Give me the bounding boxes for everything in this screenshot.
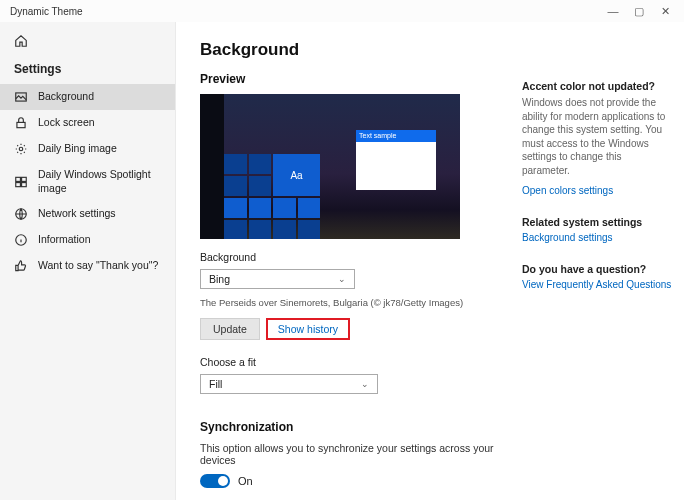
show-history-button[interactable]: Show history [266, 318, 350, 340]
sidebar-item-label: Want to say "Thank you"? [38, 259, 158, 273]
sidebar: Settings Background Lock screen Daily Bi… [0, 22, 176, 500]
svg-point-2 [19, 147, 23, 151]
sidebar-item-spotlight[interactable]: Daily Windows Spotlight image [0, 162, 175, 201]
svg-rect-3 [16, 177, 21, 181]
background-settings-link[interactable]: Background settings [522, 232, 672, 243]
svg-rect-4 [22, 177, 27, 181]
sidebar-item-label: Background [38, 90, 94, 104]
sidebar-item-label: Daily Windows Spotlight image [38, 168, 161, 195]
sidebar-item-information[interactable]: Information [0, 227, 175, 253]
svg-rect-1 [17, 122, 25, 127]
lock-icon [14, 116, 28, 130]
faq-heading: Do you have a question? [522, 263, 672, 275]
preview-image: Aa Text sample [200, 94, 460, 239]
page-title: Background [200, 40, 510, 60]
fit-select[interactable]: Fill ⌄ [200, 374, 378, 394]
open-colors-link[interactable]: Open colors settings [522, 185, 672, 196]
bing-icon [14, 142, 28, 156]
chevron-down-icon: ⌄ [338, 274, 346, 284]
sidebar-item-label: Information [38, 233, 91, 247]
preview-window: Text sample [356, 130, 436, 190]
sync-toggle[interactable] [200, 474, 230, 488]
faq-link[interactable]: View Frequently Asked Questions [522, 279, 672, 290]
home-icon [14, 34, 28, 48]
sidebar-item-label: Network settings [38, 207, 116, 221]
sidebar-item-thankyou[interactable]: Want to say "Thank you"? [0, 253, 175, 279]
svg-rect-6 [22, 182, 27, 186]
image-caption: The Perseids over Sinemorets, Bulgaria (… [200, 297, 510, 308]
preview-tile-big: Aa [273, 154, 320, 196]
spotlight-icon [14, 175, 28, 189]
minimize-button[interactable]: — [600, 2, 626, 20]
sidebar-item-label: Lock screen [38, 116, 95, 130]
aside-panel: Accent color not updated? Windows does n… [522, 40, 672, 500]
titlebar: Dynamic Theme — ▢ ✕ [0, 0, 684, 22]
info-icon [14, 233, 28, 247]
sidebar-item-bing[interactable]: Daily Bing image [0, 136, 175, 162]
accent-heading: Accent color not updated? [522, 80, 672, 92]
svg-rect-5 [16, 182, 21, 186]
fit-label: Choose a fit [200, 356, 510, 368]
sidebar-item-network[interactable]: Network settings [0, 201, 175, 227]
sidebar-item-lockscreen[interactable]: Lock screen [0, 110, 175, 136]
sync-toggle-label: On [238, 475, 253, 487]
app-title: Dynamic Theme [10, 6, 600, 17]
app-body: Settings Background Lock screen Daily Bi… [0, 22, 684, 500]
accent-text: Windows does not provide the ability for… [522, 96, 672, 177]
background-select[interactable]: Bing ⌄ [200, 269, 355, 289]
sidebar-section-title: Settings [0, 62, 175, 84]
sync-heading: Synchronization [200, 420, 510, 434]
preview-window-label: Text sample [359, 130, 396, 142]
chevron-down-icon: ⌄ [361, 379, 369, 389]
background-label: Background [200, 251, 510, 263]
home-button[interactable] [0, 30, 175, 62]
fit-value: Fill [209, 378, 222, 390]
preview-heading: Preview [200, 72, 510, 86]
sync-description: This option allows you to synchronize yo… [200, 442, 510, 466]
network-icon [14, 207, 28, 221]
sidebar-item-label: Daily Bing image [38, 142, 117, 156]
update-button[interactable]: Update [200, 318, 260, 340]
main-content: Background Preview Aa Text sample Backgr… [176, 22, 684, 500]
background-icon [14, 90, 28, 104]
maximize-button[interactable]: ▢ [626, 2, 652, 20]
sidebar-item-background[interactable]: Background [0, 84, 175, 110]
related-heading: Related system settings [522, 216, 672, 228]
close-button[interactable]: ✕ [652, 2, 678, 20]
thumbs-icon [14, 259, 28, 273]
background-value: Bing [209, 273, 230, 285]
